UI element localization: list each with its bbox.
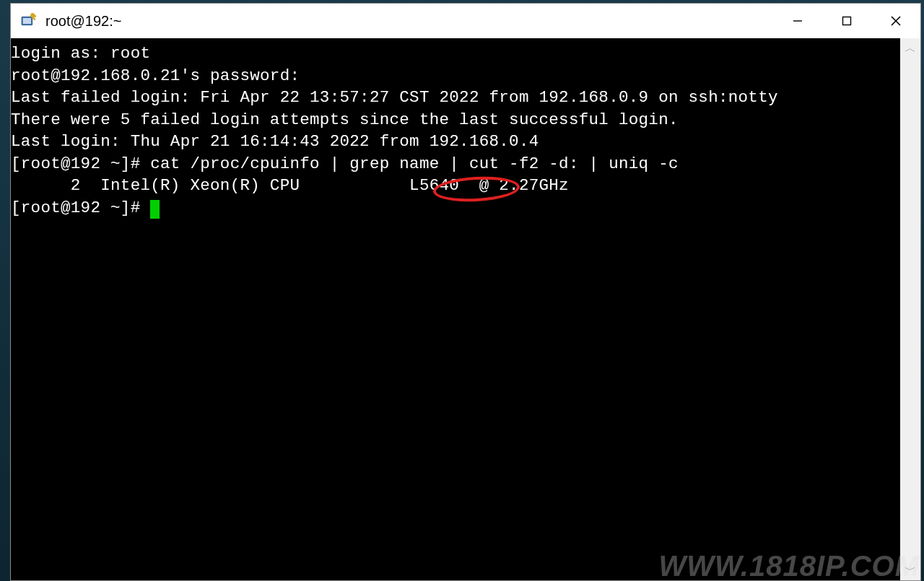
terminal-cursor [150,200,160,219]
svg-rect-1 [23,18,31,24]
window-title: root@192:~ [45,13,773,30]
terminal-area: login as: root root@192.168.0.21's passw… [11,38,920,580]
terminal-line: Last failed login: Fri Apr 22 13:57:27 C… [11,88,778,107]
terminal-line: root@192.168.0.21's password: [11,66,300,85]
terminal-line: 2 Intel(R) Xeon(R) CPU L5640 @ 2.27GHz [11,176,569,195]
close-button[interactable] [871,4,920,38]
scroll-down-icon[interactable]: ﹀ [905,564,916,576]
putty-icon [18,11,38,31]
minimize-button[interactable] [773,4,822,38]
titlebar[interactable]: root@192:~ [11,4,920,38]
terminal-prompt: [root@192 ~]# [11,198,150,217]
maximize-button[interactable] [822,4,871,38]
putty-window: root@192:~ login as: root root@192.168.0… [10,3,921,581]
svg-rect-3 [843,17,851,25]
terminal[interactable]: login as: root root@192.168.0.21's passw… [11,38,900,580]
terminal-line: Last login: Thu Apr 21 16:14:43 2022 fro… [11,132,539,151]
terminal-line: [root@192 ~]# cat /proc/cpuinfo | grep n… [11,154,679,173]
scroll-up-icon[interactable]: ︿ [905,43,916,54]
terminal-line: login as: root [11,44,150,63]
scrollbar[interactable]: ︿ ﹀ [900,38,920,580]
window-controls [773,4,920,38]
terminal-line: There were 5 failed login attempts since… [11,110,679,129]
